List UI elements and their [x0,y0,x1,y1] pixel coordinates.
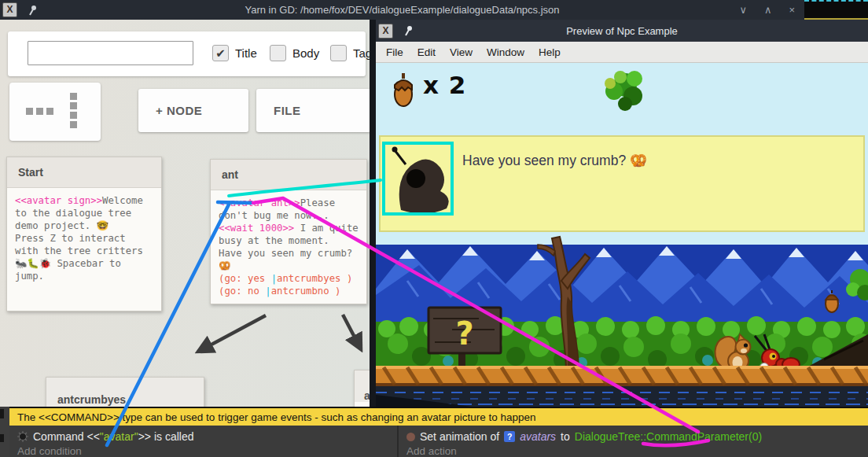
goto-link[interactable]: (go: no [219,286,265,297]
command-text: <<wait 1000>> [219,223,294,234]
ant-avatar-image [390,141,454,219]
action-icon [406,433,415,441]
preview-window[interactable]: X Preview of Npc Example File Edit View … [370,20,868,457]
menu-help[interactable]: Help [531,46,568,58]
horizontal-layout-icon[interactable] [26,108,53,115]
vertical-layout-icon[interactable] [70,93,77,128]
command-text: <<avatar ant>> [219,197,300,208]
event-icon [17,431,28,442]
preview-titlebar[interactable]: X Preview of Npc Example [376,20,868,42]
tip-text: The <<COMMAND>> type can be used to trig… [9,411,536,423]
svg-text:?: ? [455,315,473,352]
goto-link[interactable]: antcrumbyes ) [277,273,352,284]
parameter-expression[interactable]: DialogueTree::CommandParameter(0) [575,430,762,443]
bush-sprite [598,64,652,116]
main-titlebar[interactable]: X Yarn in GD: /home/fox/DEV/dialogueExam… [0,0,804,20]
checkbox-checked-icon[interactable]: ✔ [212,45,229,61]
preview-title: Preview of Npc Example [376,25,868,37]
menu-view[interactable]: View [443,46,480,58]
node-title[interactable]: Start [7,157,161,188]
layout-toggle-card[interactable] [9,83,101,141]
add-node-button[interactable]: + NODE [138,89,248,132]
node-body[interactable]: <<avatar ant>>Please don't bug me now...… [211,190,366,304]
filter-title-checkbox[interactable]: ✔ Title [212,45,257,61]
command-name: "avatar" [100,430,138,443]
add-action-button[interactable]: Add action [399,445,868,457]
add-condition-button[interactable]: Add condition [9,445,397,457]
dialogue-text: Have you seen my crumb? 🥨 [462,153,647,169]
menu-window[interactable]: Window [480,46,531,58]
game-scene: ? [376,234,868,407]
app-icon: X [378,24,393,39]
condition-text: Command <<"avatar">> is called [33,430,194,443]
panel-edge [0,407,9,457]
body-text: Welcome to the dialogue tree demo projec… [15,195,149,282]
screen: X Yarn in GD: /home/fox/DEV/dialogueExam… [0,0,868,457]
maximize-button[interactable]: ∧ [764,4,772,16]
search-toolbar: ✔ Title Body Tags [8,31,366,76]
node-body[interactable]: <<avatar sign>>Welcome to the dialogue t… [7,188,161,311]
file-button[interactable]: FILE [256,89,371,132]
pin-icon[interactable] [28,5,38,16]
search-input[interactable] [28,41,193,65]
preview-menubar: File Edit View Window Help [376,42,868,63]
checkbox-unchecked-icon[interactable] [330,45,347,61]
tip-bar: The <<COMMAND>> type can be used to trig… [9,407,868,426]
acorn-hud-icon [392,72,415,109]
minimize-button[interactable]: ∨ [739,4,747,16]
window-title: Yarn in GD: /home/fox/DEV/dialogueExampl… [0,4,804,16]
pin-icon[interactable] [404,25,414,36]
menu-edit[interactable]: Edit [410,46,443,58]
item-count-label: x 2 [423,71,466,99]
game-viewport[interactable]: x 2 [376,63,868,457]
menu-file[interactable]: File [379,46,410,58]
goto-link[interactable]: antcrumbno ) [271,286,341,297]
checkbox-unchecked-icon[interactable] [270,45,286,61]
action-panel[interactable]: Set animation of ? avatars to DialogueTr… [397,426,868,457]
goto-link[interactable]: (go: yes [219,273,271,284]
command-text: <<avatar sign>> [15,195,102,206]
node-ant[interactable]: ant <<avatar ant>>Please don't bug me no… [210,159,367,304]
target-variable[interactable]: avatars [520,430,556,443]
node-start[interactable]: Start <<avatar sign>>Welcome to the dial… [6,157,162,311]
close-button[interactable]: × [789,4,795,16]
unknown-type-icon: ? [504,431,515,442]
filter-body-checkbox[interactable]: Body [270,45,319,61]
node-title[interactable]: ant [211,160,366,190]
dialogue-box: Have you seen my crumb? 🥨 [379,135,865,232]
app-icon: X [2,2,17,17]
background-window-fragment [804,0,868,22]
condition-panel[interactable]: Command <<"avatar">> is called Add condi… [9,426,397,457]
